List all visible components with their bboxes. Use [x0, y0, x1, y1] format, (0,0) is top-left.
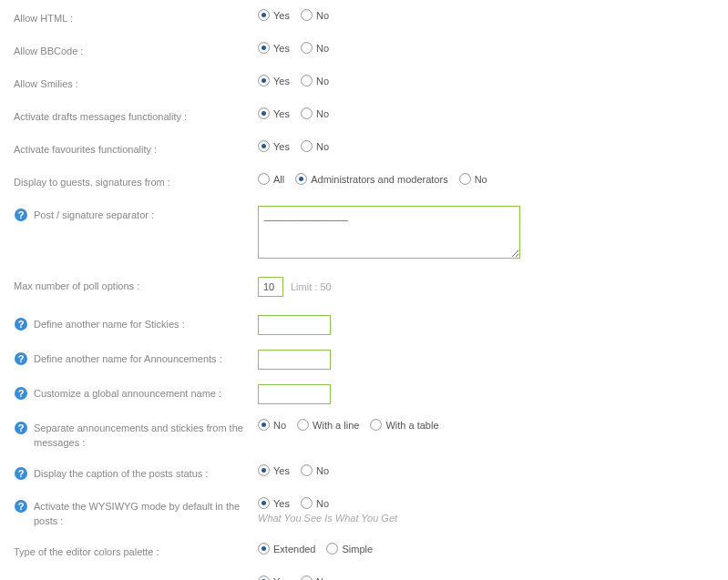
radio-editor-colors-extended[interactable]: Extended [258, 543, 315, 555]
radio-display-caption-yes[interactable]: Yes [258, 464, 290, 476]
svg-text:?: ? [18, 388, 25, 399]
label-allow-html: Allow HTML : [14, 11, 73, 25]
radio-display-caption-no[interactable]: No [301, 464, 329, 476]
radio-circle-icon [301, 107, 313, 119]
radio-activate-wysiwyg-yes[interactable]: Yes [258, 497, 290, 509]
radio-display-guests-sigs-all[interactable]: All [258, 173, 284, 185]
radio-group-display-guests-sigs: All Administrators and moderators No [258, 173, 487, 185]
label-allow-bbcode: Allow BBCode : [14, 44, 83, 58]
radio-allow-quick-reply-no[interactable]: No [301, 575, 329, 580]
help-icon[interactable]: ? [14, 499, 28, 514]
help-icon[interactable]: ? [14, 317, 28, 331]
radio-allow-quick-reply-yes[interactable]: Yes [258, 575, 290, 580]
radio-circle-icon [301, 140, 313, 152]
radio-group-allow-quick-reply: Yes No [258, 575, 329, 580]
row-allow-smilies: Allow Smilies : Yes No [14, 75, 714, 93]
row-separate-ann-stickies: ? Separate announcements and stickies fr… [14, 419, 714, 450]
help-icon[interactable]: ? [14, 351, 28, 366]
label-separate-ann-stickies: Separate announcements and stickies from… [34, 421, 252, 450]
radio-group-allow-smilies: Yes No [258, 75, 329, 86]
radio-circle-icon [258, 575, 270, 580]
svg-text:?: ? [18, 501, 25, 512]
radio-group-allow-html: Yes No [258, 9, 329, 21]
help-icon[interactable]: ? [14, 386, 28, 401]
row-display-caption: ? Display the caption of the posts statu… [14, 464, 714, 483]
input-customize-global[interactable] [258, 384, 331, 404]
help-icon[interactable]: ? [14, 208, 28, 222]
limit-max-poll-options: Limit : 50 [291, 281, 332, 292]
label-define-announcements: Define another name for Announcements : [34, 351, 222, 366]
radio-group-display-caption: Yes No [258, 464, 329, 476]
radio-circle-icon [258, 543, 270, 555]
label-activate-wysiwyg: Activate the WYSIWYG mode by default in … [34, 499, 252, 528]
row-define-stickies: ? Define another name for Stickies : [14, 315, 714, 335]
row-allow-html: Allow HTML : Yes No [14, 9, 714, 27]
radio-circle-icon [258, 464, 270, 476]
row-allow-bbcode: Allow BBCode : Yes No [14, 42, 714, 60]
row-editor-colors: Type of the editor colors palette : Exte… [14, 543, 714, 561]
help-icon[interactable]: ? [14, 466, 28, 481]
input-max-poll-options[interactable] [258, 277, 283, 297]
radio-circle-icon [301, 575, 313, 580]
row-activate-wysiwyg: ? Activate the WYSIWYG mode by default i… [14, 497, 714, 528]
label-activate-favourites: Activate favourites functionality : [14, 142, 157, 157]
radio-allow-smilies-no[interactable]: No [301, 75, 329, 86]
row-post-sig-separator: ? Post / signature separator : [14, 206, 714, 259]
row-activate-favourites: Activate favourites functionality : Yes … [14, 140, 714, 158]
label-customize-global: Customize a global announcement name : [34, 386, 221, 401]
radio-group-editor-colors: Extended Simple [258, 543, 373, 555]
radio-activate-wysiwyg-no[interactable]: No [301, 497, 329, 509]
svg-text:?: ? [18, 422, 25, 433]
label-define-stickies: Define another name for Stickies : [34, 317, 185, 331]
radio-allow-bbcode-no[interactable]: No [301, 42, 329, 54]
radio-circle-icon [258, 75, 270, 86]
radio-circle-icon [459, 173, 471, 185]
radio-activate-drafts-no[interactable]: No [301, 107, 329, 119]
row-customize-global: ? Customize a global announcement name : [14, 384, 714, 404]
radio-separate-with-line[interactable]: With a line [297, 419, 359, 431]
radio-circle-icon [258, 42, 270, 54]
radio-circle-icon [301, 497, 313, 509]
radio-allow-html-no[interactable]: No [301, 9, 329, 21]
radio-allow-bbcode-yes[interactable]: Yes [258, 42, 290, 54]
radio-activate-favourites-no[interactable]: No [301, 140, 329, 152]
svg-text:?: ? [18, 468, 25, 479]
radio-display-guests-sigs-no[interactable]: No [459, 173, 487, 185]
radio-allow-html-yes[interactable]: Yes [258, 9, 290, 21]
radio-activate-drafts-yes[interactable]: Yes [258, 107, 290, 119]
radio-separate-with-table[interactable]: With a table [370, 419, 438, 431]
label-display-guests-sigs: Display to guests, signatures from : [14, 175, 170, 189]
radio-group-activate-favourites: Yes No [258, 140, 329, 152]
row-max-poll-options: Max number of poll options : Limit : 50 [14, 277, 714, 297]
radio-group-separate-ann-stickies: No With a line With a table [258, 419, 439, 431]
radio-circle-icon [258, 107, 270, 119]
radio-circle-icon [326, 543, 338, 555]
label-editor-colors: Type of the editor colors palette : [14, 544, 159, 559]
svg-text:?: ? [18, 319, 25, 330]
radio-circle-icon [258, 173, 270, 185]
label-max-poll-options: Max number of poll options : [14, 279, 139, 293]
radio-group-allow-bbcode: Yes No [258, 42, 329, 54]
input-define-announcements[interactable] [258, 350, 331, 370]
radio-separate-no[interactable]: No [258, 419, 286, 431]
radio-circle-icon [258, 140, 270, 152]
label-display-caption: Display the caption of the posts status … [34, 466, 208, 481]
help-icon[interactable]: ? [14, 421, 28, 435]
radio-activate-favourites-yes[interactable]: Yes [258, 140, 290, 152]
radio-display-guests-sigs-admins[interactable]: Administrators and moderators [295, 173, 447, 185]
row-activate-drafts: Activate drafts messages functionality :… [14, 107, 714, 126]
svg-text:?: ? [18, 353, 25, 364]
radio-group-activate-drafts: Yes No [258, 107, 329, 119]
radio-allow-smilies-yes[interactable]: Yes [258, 75, 290, 86]
radio-circle-icon [301, 464, 313, 476]
textarea-post-sig-separator[interactable] [258, 206, 520, 259]
label-allow-smilies: Allow Smilies : [14, 76, 78, 91]
input-define-stickies[interactable] [258, 315, 331, 335]
radio-editor-colors-simple[interactable]: Simple [326, 543, 373, 555]
row-allow-quick-reply: Allow Quick Reply : Yes No [14, 575, 714, 580]
radio-group-activate-wysiwyg: Yes No [258, 497, 329, 509]
radio-circle-icon [295, 173, 307, 185]
radio-circle-icon [258, 419, 270, 431]
hint-activate-wysiwyg: What You See Is What You Get [258, 513, 397, 524]
radio-circle-icon [301, 9, 313, 21]
